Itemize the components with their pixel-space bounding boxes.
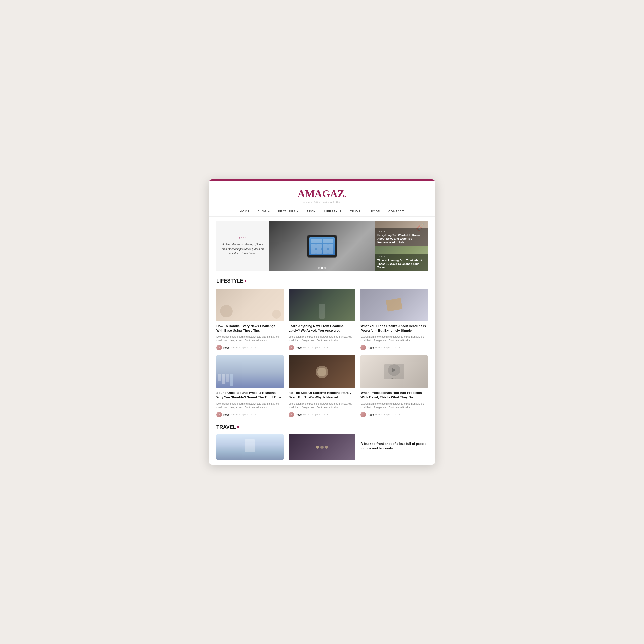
hero-left-category: TECH [239,237,247,239]
hero-card-2-title: Time Is Running Out! Think About These 1… [377,259,425,269]
article-4-meta: R Rose Posted on April 17, 2018 [216,412,284,417]
hero-left-panel: TECH A clear electronic display of icons… [216,221,269,271]
hero-center-image [269,221,375,271]
article-3-title: What You Didn't Realize About Headline I… [360,324,428,333]
lifestyle-articles-row1: How To Handle Every News Challenge With … [216,289,428,350]
article-6-date: Posted on April 17, 2018 [375,413,400,416]
main-nav: HOME BLOG + FEATURES + TECH LIFESTYLE TR… [209,206,435,217]
article-5-author: Rose [296,413,302,416]
lifestyle-article-1: How To Handle Every News Challenge With … [216,289,284,350]
hero-card-1-overlay: TRAVEL Everything You Wanted to Know Abo… [375,228,428,246]
browser-frame: AMAGAZ. NEWS AND MAGAZINE HOME BLOG + FE… [209,179,435,465]
article-5-title: It's The Side Of Extreme Headline Rarely… [289,391,356,400]
article-6-title: When Professionals Run Into Problems Wit… [360,391,428,400]
tablet-icon-8 [328,244,333,249]
article-5-excerpt: Exercitation photo booth stumptown tote … [289,402,356,409]
lifestyle-article-6: STOP When Professionals Run Into Problem… [360,355,428,417]
article-4-author: Rose [223,413,229,416]
article-2-excerpt: Exercitation photo booth stumptown tote … [289,335,356,342]
travel-section: TRAVEL• [209,423,435,465]
article-1-excerpt: Exercitation photo booth stumptown tote … [216,335,284,342]
article-4-excerpt: Exercitation photo booth stumptown tote … [216,402,284,409]
article-thumb-3 [360,289,428,321]
article-1-meta: R Rose Posted on April 17, 2018 [216,345,284,350]
hero-card-1-category: TRAVEL [377,230,425,233]
article-5-meta: R Rose Posted on April 17, 2018 [289,412,356,417]
article-6-excerpt: Exercitation photo booth stumptown tote … [360,402,428,409]
hero-left-description: A clear electronic display of icons on a… [221,242,264,256]
nav-lifestyle[interactable]: LIFESTYLE [324,210,342,213]
site-tagline: NEWS AND MAGAZINE [209,200,435,203]
tablet-icon-4 [328,239,333,243]
nav-food[interactable]: FOOD [371,210,380,213]
travel-thumb-2 [289,434,356,460]
tablet-icon-3 [323,239,328,243]
site-header: AMAGAZ. NEWS AND MAGAZINE [209,181,435,206]
article-6-author: Rose [368,413,374,416]
article-thumb-5 [289,355,356,388]
lifestyle-heading-text: LIFESTYLE [216,278,244,284]
travel-heading-text: TRAVEL [216,424,236,430]
travel-thumb-1 [216,434,284,460]
article-5-avatar: R [289,412,294,417]
nav-home[interactable]: HOME [240,210,250,213]
article-2-author: Rose [296,346,302,349]
article-thumb-6: STOP [360,355,428,388]
hero-card-travel-1[interactable]: 🎸 TRAVEL Everything You Wanted to Know A… [375,221,428,246]
article-2-title: Learn Anything New From Headline Lately?… [289,324,356,333]
article-thumb-2 [289,289,356,321]
lifestyle-article-4: Sound Once, Sound Twice: 3 Reasons Why Y… [216,355,284,417]
tablet-icon-5 [311,244,316,249]
hero-dot-2[interactable] [321,267,323,269]
tablet-mockup [307,235,337,258]
article-3-date: Posted on April 17, 2018 [375,346,400,349]
nav-tech[interactable]: TECH [307,210,316,213]
article-thumb-4 [216,355,284,388]
article-6-meta: R Rose Posted on April 17, 2018 [360,412,428,417]
tablet-icon-6 [316,244,321,249]
travel-article-1 [216,434,284,460]
travel-text-title: A back-to-front shot of a bus full of pe… [360,441,428,451]
tablet-icon-2 [316,239,321,243]
article-5-date: Posted on April 17, 2018 [303,413,328,416]
site-logo: AMAGAZ. [209,188,435,200]
hero-dot-1[interactable] [318,267,320,269]
nav-travel[interactable]: TRAVEL [350,210,363,213]
article-2-meta: R Rose Posted on April 17, 2018 [289,345,356,350]
hero-dot-3[interactable] [324,267,326,269]
article-3-author: Rose [368,346,374,349]
tablet-icon-7 [323,244,328,249]
article-1-avatar: R [216,345,222,350]
lifestyle-article-3: What You Didn't Realize About Headline I… [360,289,428,350]
lifestyle-section: LIFESTYLE• How To Handle Every News Chal… [209,277,435,418]
article-3-excerpt: Exercitation photo booth stumptown tote … [360,335,428,342]
article-4-avatar: R [216,412,222,417]
lifestyle-article-5: It's The Side Of Extreme Headline Rarely… [289,355,356,417]
article-thumb-1 [216,289,284,321]
article-1-date: Posted on April 17, 2018 [231,346,256,349]
travel-text-card: A back-to-front shot of a bus full of pe… [360,434,428,460]
tablet-icon-1 [311,239,316,243]
hero-right-panel: 🎸 TRAVEL Everything You Wanted to Know A… [375,221,428,271]
hero-card-1-title: Everything You Wanted to Know About News… [377,233,425,244]
hero-section: TECH A clear electronic display of icons… [216,221,428,271]
article-2-date: Posted on April 17, 2018 [303,346,328,349]
nav-contact[interactable]: CONTACT [388,210,404,213]
lifestyle-article-2: Learn Anything New From Headline Lately?… [289,289,356,350]
tablet-icon-12 [328,249,333,254]
article-2-avatar: R [289,345,294,350]
hero-card-travel-2[interactable]: TRAVEL Time Is Running Out! Think About … [375,246,428,271]
article-6-avatar: R [360,412,366,417]
article-1-author: Rose [223,346,229,349]
hero-card-2-category: TRAVEL [377,256,425,258]
article-3-meta: R Rose Posted on April 17, 2018 [360,345,428,350]
travel-article-2 [289,434,356,460]
nav-blog[interactable]: BLOG + [258,210,270,213]
hero-carousel-dots [318,267,326,269]
tablet-icon-11 [323,249,328,254]
nav-features[interactable]: FEATURES + [278,210,299,213]
hero-card-2-overlay: TRAVEL Time Is Running Out! Think About … [375,254,428,271]
hero-center-panel [269,221,375,271]
lifestyle-heading-dot: • [245,277,247,285]
logo-dot: . [344,188,347,200]
